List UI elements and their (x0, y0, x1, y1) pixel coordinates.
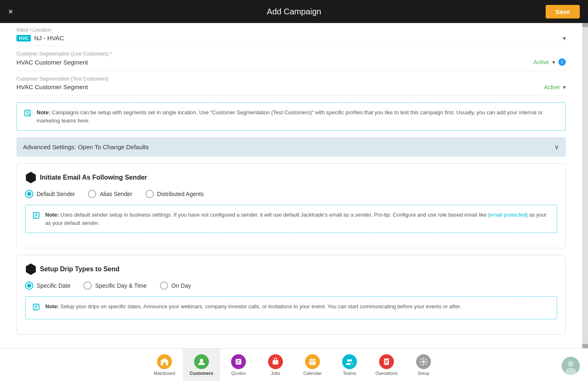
customer-seg-test-label: Customer Segmentation (Test Customers) (16, 76, 566, 82)
radio-outer-default (25, 190, 33, 198)
nav-item-setup[interactable]: Setup (405, 349, 442, 381)
note1-content: Campaigns can be setup with segments set… (37, 109, 543, 124)
radio-specific-date[interactable]: Specific Date (25, 282, 70, 290)
radio-outer-on-day (160, 282, 168, 290)
svg-rect-6 (236, 359, 241, 365)
nav-item-quotes[interactable]: Quotes (220, 349, 257, 381)
customer-seg-live-label: Customer Segmentation (Live Customers) * (16, 51, 566, 57)
customer-seg-test-value: HVAC Customer Segment (16, 83, 88, 90)
radio-label-on-day: On Day (171, 282, 191, 289)
nav-icon-jobs (268, 354, 283, 369)
radio-alias-sender[interactable]: Alias Sender (88, 190, 132, 198)
note2-content: Uses default sender setup in business se… (60, 212, 488, 218)
svg-rect-8 (309, 359, 316, 365)
svg-rect-7 (273, 360, 278, 365)
radio-on-day[interactable]: On Day (160, 282, 191, 290)
customer-seg-live-value: HVAC Customer Segment (16, 59, 88, 66)
nav-item-teams[interactable]: Teams (331, 349, 368, 381)
note3-icon (32, 303, 40, 313)
info-icon[interactable]: i (558, 58, 566, 66)
nav-label-setup: Setup (418, 371, 430, 376)
scrollbar-thumb-top[interactable] (582, 23, 588, 27)
svg-point-11 (347, 359, 350, 362)
advanced-settings-label: Advanced Settings: Open To Change Defaul… (23, 143, 149, 150)
svg-point-16 (568, 361, 574, 367)
radio-label-specific-date: Specific Date (37, 282, 70, 289)
radio-default-sender[interactable]: Default Sender (25, 190, 75, 198)
note3-label: Note: (45, 303, 59, 309)
svg-rect-4 (163, 363, 166, 365)
svg-point-14 (422, 360, 425, 363)
drip-types-title: Setup Drip Types to Send (25, 263, 557, 275)
customer-seg-test-status: Active (544, 84, 560, 90)
note1-icon (23, 109, 32, 119)
close-button[interactable]: × (8, 7, 13, 16)
email-sender-radio-group: Default Sender Alias Sender Distributed … (25, 190, 557, 198)
drip-types-radio-group: Specific Date Specific Day & Time On Day (25, 282, 557, 290)
customer-seg-test-dropdown[interactable]: ▾ (563, 84, 566, 90)
note1-text: Note: Campaigns can be setup with segmen… (37, 109, 559, 125)
scrollbar-track (582, 23, 588, 348)
inbox-location-row: HVC NJ - HVAC ▾ (16, 35, 566, 42)
hex-icon-email (25, 172, 37, 183)
inbox-location-label: Inbox / Location (16, 27, 566, 33)
hvc-badge: HVC (16, 35, 31, 42)
inbox-location-section: Inbox / Location HVC NJ - HVAC ▾ (16, 23, 566, 46)
nav-label-jobs: Jobs (271, 371, 280, 376)
radio-label-distributed: Distributed Agents (157, 191, 204, 197)
customer-seg-live-dropdown[interactable]: ▾ (552, 59, 555, 65)
avatar[interactable] (562, 357, 580, 375)
note3-box: Note: Setup your drips on specific dates… (25, 296, 557, 319)
nav-label-calendar: Calendar (303, 371, 322, 376)
main-content: Inbox / Location HVC NJ - HVAC ▾ Custome… (0, 23, 582, 348)
note3-text: Note: Setup your drips on specific dates… (45, 302, 461, 311)
drip-types-card: Setup Drip Types to Send Specific Date S… (16, 255, 566, 335)
hex-icon-drip (25, 263, 37, 275)
customer-seg-test-right: Active ▾ (544, 84, 566, 90)
nav-item-operations[interactable]: Operations (368, 349, 405, 381)
nav-item-mainboard[interactable]: Mainboard (146, 349, 183, 381)
nav-icon-quotes (231, 354, 246, 369)
advanced-settings-header[interactable]: Advanced Settings: Open To Change Defaul… (16, 137, 566, 157)
radio-inner-default (27, 192, 31, 196)
nav-icon-customers (194, 354, 209, 369)
note2-label: Note: (45, 212, 59, 218)
nav-label-quotes: Quotes (231, 371, 245, 376)
inbox-location-value: NJ - HVAC (34, 35, 560, 42)
chevron-down-icon: ∨ (554, 143, 559, 151)
email-sender-title: Initiate Email As Following Sender (25, 172, 557, 183)
note1-box: Note: Campaigns can be setup with segmen… (16, 102, 566, 131)
svg-rect-10 (312, 363, 313, 363)
nav-icon-calendar (305, 354, 320, 369)
customer-seg-live-section: Customer Segmentation (Live Customers) *… (16, 46, 566, 71)
radio-outer-specific-day-time (83, 282, 92, 290)
save-button[interactable]: Save (546, 5, 580, 18)
note3-content: Setup your drips on specific dates. Anno… (60, 303, 461, 309)
svg-point-5 (200, 359, 203, 362)
page-title: Add Campaign (267, 7, 321, 16)
inbox-dropdown-arrow[interactable]: ▾ (563, 35, 566, 42)
radio-label-alias: Alias Sender (100, 191, 132, 197)
radio-label-default: Default Sender (37, 191, 75, 197)
radio-outer-alias (88, 190, 96, 198)
note2-box: Note: Uses default sender setup in busin… (25, 205, 557, 233)
radio-outer-specific-date (25, 282, 33, 290)
email-sender-card: Initiate Email As Following Sender Defau… (16, 163, 566, 248)
nav-item-jobs[interactable]: Jobs (257, 349, 294, 381)
nav-icon-teams (342, 354, 357, 369)
nav-item-customers[interactable]: Customers (183, 349, 220, 381)
nav-icon-operations (379, 354, 394, 369)
customer-seg-test-row: HVAC Customer Segment Active ▾ (16, 83, 566, 90)
radio-specific-day-time[interactable]: Specific Day & Time (83, 282, 146, 290)
nav-label-customers: Customers (190, 371, 213, 376)
note2-icon (32, 211, 40, 222)
nav-item-calendar[interactable]: Calendar (294, 349, 331, 381)
customer-seg-live-right: Active ▾ i (533, 58, 566, 66)
note2-text: Note: Uses default sender setup in busin… (45, 211, 550, 227)
radio-distributed-agents[interactable]: Distributed Agents (146, 190, 204, 198)
svg-rect-9 (311, 363, 312, 363)
customer-seg-live-row: HVAC Customer Segment Active ▾ i (16, 58, 566, 66)
nav-label-teams: Teams (343, 371, 356, 376)
scrollbar-thumb-bottom[interactable] (582, 344, 588, 348)
customer-seg-live-status: Active (533, 59, 549, 65)
